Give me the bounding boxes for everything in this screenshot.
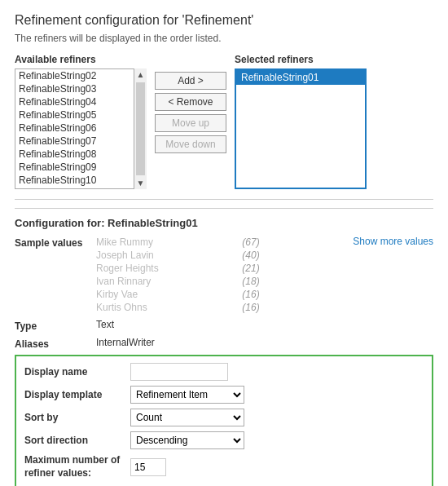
display-name-input[interactable]: [130, 363, 228, 381]
remove-button[interactable]: < Remove: [155, 93, 226, 111]
max-values-label: Maximum number of refiner values:: [24, 454, 130, 479]
scroll-down-arrow[interactable]: ▼: [134, 177, 147, 189]
refiners-section: Available refiners RefinableString02 Ref…: [15, 54, 433, 189]
type-value: Text: [96, 319, 433, 330]
sort-direction-row: Sort direction Descending Ascending: [24, 431, 424, 449]
sample-values-row: Sample values Mike Rummy (67) Joseph Lav…: [15, 236, 433, 314]
display-template-select[interactable]: Refinement Item: [130, 386, 244, 404]
aliases-row: Aliases InternalWriter: [15, 337, 433, 350]
show-more-values-link[interactable]: Show more values: [340, 236, 433, 247]
sample-name-3: Ivan Rinnary: [96, 275, 239, 288]
type-row: Type Text: [15, 319, 433, 332]
available-refiners-list[interactable]: RefinableString02 RefinableString03 Refi…: [15, 68, 147, 189]
config-section: Configuration for: RefinableString01 Sam…: [15, 208, 433, 486]
sample-count-3: (18): [242, 275, 340, 288]
display-template-row: Display template Refinement Item: [24, 386, 424, 404]
refiner-action-buttons: Add > < Remove Move up Move down: [155, 72, 226, 153]
highlight-config-box: Display name Display template Refinement…: [15, 355, 433, 486]
sample-count-5: (16): [242, 301, 340, 314]
list-item[interactable]: RefinableString11: [15, 187, 133, 189]
scroll-up-arrow[interactable]: ▲: [134, 68, 147, 81]
available-list-scrollbar[interactable]: ▲ ▼: [134, 68, 147, 189]
sort-by-row: Sort by Count Name: [24, 409, 424, 426]
sample-name-4: Kirby Vae: [96, 288, 239, 301]
aliases-label: Aliases: [15, 337, 96, 350]
list-item[interactable]: RefinableString02: [15, 69, 133, 82]
selected-refiners-label: Selected refiners: [235, 54, 367, 65]
list-item[interactable]: RefinableString10: [15, 174, 133, 187]
list-item[interactable]: RefinableString06: [15, 122, 133, 135]
section-divider: [15, 199, 433, 200]
sample-count-2: (21): [242, 262, 340, 275]
sample-name-0: Mike Rummy: [96, 236, 239, 249]
sample-name-5: Kurtis Ohns: [96, 301, 239, 314]
list-item[interactable]: RefinableString03: [15, 82, 133, 95]
sample-count-4: (16): [242, 288, 340, 301]
sample-count-1: (40): [242, 249, 340, 262]
list-item[interactable]: RefinableString07: [15, 135, 133, 148]
selected-refiners-list[interactable]: RefinableString01: [235, 68, 367, 189]
add-button[interactable]: Add >: [155, 72, 226, 90]
sort-direction-select[interactable]: Descending Ascending: [130, 431, 244, 449]
selected-refiners-panel: Selected refiners RefinableString01: [235, 54, 367, 189]
sample-values-container: Mike Rummy (67) Joseph Lavin (40) Roger …: [96, 236, 433, 314]
dialog-container: Refinement configuration for 'Refinement…: [0, 0, 448, 486]
dialog-subtitle: The refiners will be displayed in the or…: [15, 33, 433, 44]
sample-count-0: (67): [242, 236, 340, 249]
sort-direction-label: Sort direction: [24, 435, 130, 446]
selected-list-item[interactable]: RefinableString01: [236, 70, 365, 85]
list-item[interactable]: RefinableString04: [15, 95, 133, 108]
config-title: Configuration for: RefinableString01: [15, 217, 433, 229]
available-refiners-label: Available refiners: [15, 54, 147, 65]
sample-name-2: Roger Heights: [96, 262, 239, 275]
available-refiners-panel: Available refiners RefinableString02 Ref…: [15, 54, 147, 189]
display-template-label: Display template: [24, 389, 130, 400]
move-up-button[interactable]: Move up: [155, 114, 226, 132]
sort-by-select[interactable]: Count Name: [130, 409, 244, 426]
dialog-title: Refinement configuration for 'Refinement…: [15, 13, 433, 28]
max-values-row: Maximum number of refiner values:: [24, 454, 424, 479]
sample-name-1: Joseph Lavin: [96, 249, 239, 262]
aliases-value: InternalWriter: [96, 337, 433, 348]
list-item[interactable]: RefinableString08: [15, 148, 133, 161]
sample-values-grid: Mike Rummy (67) Joseph Lavin (40) Roger …: [96, 236, 340, 314]
list-item[interactable]: RefinableString09: [15, 161, 133, 174]
list-item[interactable]: RefinableString05: [15, 108, 133, 122]
type-label: Type: [15, 319, 96, 332]
sample-values-label: Sample values: [15, 236, 96, 249]
display-name-label: Display name: [24, 366, 130, 378]
max-values-input[interactable]: [130, 458, 166, 476]
sort-by-label: Sort by: [24, 412, 130, 423]
move-down-button[interactable]: Move down: [155, 135, 226, 153]
display-name-row: Display name: [24, 363, 424, 381]
